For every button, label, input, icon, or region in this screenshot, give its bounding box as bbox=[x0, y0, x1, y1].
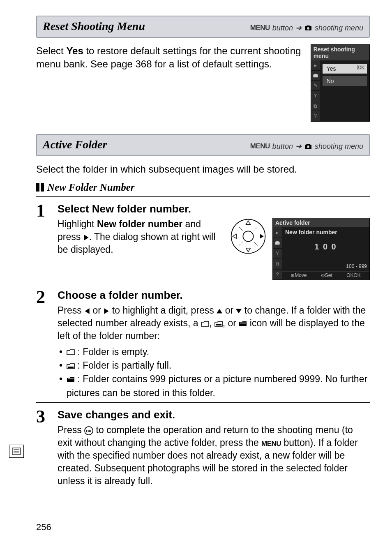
screenshot-footer: ⊕Move ⊙Set OKOK bbox=[282, 271, 369, 279]
step-text: Press OK to complete the operation and r… bbox=[58, 424, 370, 487]
up-triangle-icon bbox=[217, 308, 222, 314]
step-2: 2 Choose a folder number. Press or to hi… bbox=[36, 283, 370, 400]
folder-empty-icon bbox=[201, 321, 209, 327]
button-word: button bbox=[272, 142, 293, 151]
right-triangle-icon bbox=[104, 308, 109, 314]
tab-icon: ? bbox=[273, 270, 282, 280]
tab-icon: Y bbox=[311, 91, 320, 101]
screenshot-tabs: ▸ ✎ Y ⧉ ? bbox=[311, 60, 320, 121]
section-header-reset: Reset Shooting Menu MENU button ➜ shooti… bbox=[36, 16, 370, 38]
text-fragment: Highlight bbox=[58, 219, 97, 229]
active-intro: Select the folder in which subsequent im… bbox=[36, 163, 370, 176]
screenshot-body: ▸ Y ⧉ ? New folder number 1 0 0 100 - 99… bbox=[273, 227, 369, 280]
footer-move: ⊕Move bbox=[291, 272, 307, 278]
folder-partial-icon bbox=[67, 363, 75, 369]
step-body: Save changes and exit. Press OK to compl… bbox=[58, 408, 370, 487]
menu-label: MENU bbox=[261, 440, 281, 448]
step-title: Select New folder number. bbox=[58, 203, 370, 215]
bullet-item: : Folder is empty. bbox=[58, 345, 370, 359]
folder-screenshot: Active folder ▸ Y ⧉ ? New folder number … bbox=[272, 218, 370, 280]
step-text: Press or to highlight a digit, press or … bbox=[58, 304, 370, 342]
screenshot-body: ▸ ✎ Y ⧉ ? Yes No bbox=[311, 60, 369, 121]
screenshot-title: Reset shooting menu bbox=[311, 45, 369, 60]
step-number: 3 bbox=[36, 408, 53, 425]
screenshot-tabs: ▸ Y ⧉ ? bbox=[273, 227, 282, 280]
text-fragment: OK bbox=[353, 272, 360, 278]
svg-line-6 bbox=[239, 242, 243, 246]
dest-label: shooting menu bbox=[315, 142, 363, 151]
reset-body: Select Yes to restore default settings f… bbox=[36, 44, 370, 122]
folder-partial-icon bbox=[214, 321, 223, 327]
camera-icon bbox=[304, 25, 312, 31]
step-1: 1 Select New folder number. Highlight Ne… bbox=[36, 196, 370, 280]
tab-icon: ✎ bbox=[311, 81, 320, 91]
step-body: Select New folder number. Highlight New … bbox=[58, 203, 370, 280]
text-fragment: Set bbox=[325, 272, 332, 278]
folder-full-icon bbox=[239, 321, 247, 327]
text-fragment: , bbox=[209, 318, 214, 328]
svg-point-1 bbox=[307, 145, 309, 148]
text-bold: Yes bbox=[66, 45, 83, 56]
tab-icon: ▸ bbox=[311, 60, 320, 71]
tab-icon bbox=[273, 238, 282, 249]
down-triangle-icon bbox=[236, 308, 242, 314]
svg-text:OK: OK bbox=[86, 429, 92, 433]
footer-ok: OKOK bbox=[346, 272, 361, 278]
step-title: Save changes and exit. bbox=[58, 408, 370, 421]
tab-icon: ⧉ bbox=[273, 259, 282, 270]
text-fragment: Press bbox=[58, 305, 84, 316]
svg-point-3 bbox=[243, 231, 253, 242]
subhead-text: New Folder Number bbox=[47, 182, 135, 193]
folder-full-icon bbox=[67, 376, 75, 383]
screenshot-range: 100 - 999 bbox=[346, 263, 367, 269]
step-number: 1 bbox=[36, 203, 53, 219]
svg-line-7 bbox=[254, 242, 258, 246]
menu-path: MENU button ➜ shooting menu bbox=[250, 23, 363, 32]
svg-rect-11 bbox=[68, 378, 74, 379]
section-title: Active Folder bbox=[43, 138, 107, 151]
bullet-list: : Folder is empty. : Folder is partially… bbox=[58, 345, 370, 400]
screenshot-title: Active folder bbox=[273, 218, 369, 227]
folder-empty-icon bbox=[67, 349, 75, 355]
step-body: Choose a folder number. Press or to high… bbox=[58, 289, 370, 400]
svg-rect-8 bbox=[216, 324, 221, 325]
screenshot-options: Yes No bbox=[320, 60, 369, 121]
ok-button-icon: OK bbox=[84, 426, 93, 435]
svg-line-5 bbox=[254, 227, 258, 231]
step-3: 3 Save changes and exit. Press OK to com… bbox=[36, 402, 370, 487]
dpad-icon bbox=[230, 218, 267, 256]
text-fragment: Move bbox=[295, 272, 307, 278]
arrow-icon: ➜ bbox=[295, 142, 302, 151]
section-header-active: Active Folder MENU button ➜ shooting men… bbox=[36, 134, 370, 156]
footer-set: ⊙Set bbox=[321, 272, 332, 278]
text-fragment: , or bbox=[223, 318, 239, 328]
text-fragment: : Folder contains 999 pictures or a pict… bbox=[67, 374, 367, 398]
menu-label: MENU bbox=[250, 24, 270, 32]
step-title: Choose a folder number. bbox=[58, 289, 370, 302]
step-number: 2 bbox=[36, 289, 53, 305]
menu-label: MENU bbox=[250, 142, 270, 150]
screenshot-value: 1 0 0 bbox=[282, 237, 369, 254]
arrow-icon: ➜ bbox=[295, 23, 302, 32]
step-text: Highlight New folder number and press . … bbox=[58, 218, 224, 256]
menu-path: MENU button ➜ shooting menu bbox=[250, 142, 363, 151]
screenshot-main: New folder number 1 0 0 100 - 999 ⊕Move … bbox=[282, 227, 369, 280]
tab-icon: Y bbox=[273, 249, 282, 259]
svg-rect-10 bbox=[68, 367, 74, 368]
option-yes: Yes bbox=[323, 64, 367, 74]
left-triangle-icon bbox=[84, 308, 90, 314]
svg-rect-9 bbox=[240, 323, 246, 323]
text-fragment: or bbox=[222, 305, 236, 316]
text-bold: New folder number bbox=[97, 219, 182, 229]
reset-text: Select Yes to restore default settings f… bbox=[36, 44, 302, 71]
dest-label: shooting menu bbox=[315, 24, 363, 32]
step-flex: Highlight New folder number and press . … bbox=[58, 218, 370, 280]
subhead-new-folder: New Folder Number bbox=[36, 182, 370, 193]
button-word: button bbox=[272, 24, 293, 32]
camera-icon bbox=[304, 143, 312, 150]
manual-page: Reset Shooting Menu MENU button ➜ shooti… bbox=[0, 0, 392, 540]
svg-line-4 bbox=[239, 227, 243, 231]
bullet-item: : Folder is partially full. bbox=[58, 359, 370, 372]
text-fragment: : Folder is partially full. bbox=[75, 360, 171, 371]
side-tab-icon bbox=[9, 445, 24, 458]
